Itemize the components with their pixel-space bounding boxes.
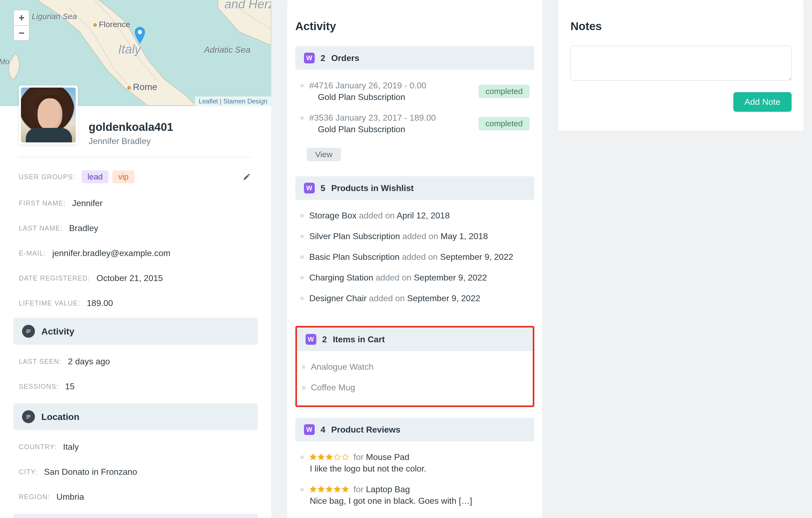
activity-orders-count: 2	[321, 53, 325, 63]
city-row: CITY: San Donato in Fronzano	[19, 459, 253, 484]
order-status-badge: completed	[478, 85, 529, 98]
city-value: San Donato in Fronzano	[44, 467, 137, 477]
notes-panel: Notes Add Note	[558, 0, 804, 131]
avatar	[19, 85, 78, 144]
bullet-icon	[302, 386, 306, 389]
username: goldenkoala401	[89, 120, 271, 134]
map-zoom-controls: + −	[13, 10, 30, 41]
bullet-icon	[300, 116, 304, 120]
user-group-pill-lead[interactable]: lead	[82, 170, 109, 183]
map-attribution-tiles-link[interactable]: Stamen Design	[224, 98, 267, 105]
map-city-florence: Florence	[93, 20, 130, 29]
list-icon	[25, 328, 32, 334]
map-attribution: Leaflet | Stamen Design	[195, 97, 271, 106]
edit-user-groups-button[interactable]	[241, 171, 253, 183]
activity-orders-section: W 2 Orders #4716 January 26, 2019 - 0.00…	[295, 46, 534, 161]
lifetime-value-row: LIFETIME VALUE: 189.00	[19, 291, 253, 316]
activity-reviews-title: Product Reviews	[331, 425, 400, 435]
region-row: REGION: Umbria	[19, 484, 253, 510]
country-value: Italy	[63, 442, 79, 452]
email-row: E-MAIL: jennifer.bradley@example.com	[19, 241, 253, 266]
date-registered-value: October 21, 2015	[96, 273, 163, 283]
activity-orders-title: Orders	[331, 53, 359, 63]
wishlist-item: Basic Plan Subscription added on Septemb…	[297, 247, 532, 267]
map-country-italy: Italy	[118, 42, 141, 56]
wishlist-item: Silver Plan Subscription added on May 1,…	[297, 226, 532, 247]
first-name-value: Jennifer	[72, 198, 103, 208]
activity-wishlist-title: Products in Wishlist	[331, 183, 413, 193]
last-name-label: LAST NAME:	[19, 224, 63, 232]
add-note-button[interactable]: Add Note	[733, 92, 791, 112]
notes-heading: Notes	[570, 20, 791, 33]
email-label: E-MAIL:	[19, 249, 46, 257]
map-zoom-out-button[interactable]: −	[14, 25, 29, 40]
wishlist-line: Basic Plan Subscription added on Septemb…	[309, 252, 530, 262]
fullname: Jennifer Bradley	[89, 136, 271, 146]
lifetime-value-value: 189.00	[87, 298, 113, 308]
first-name-row: FIRST NAME: Jennifer	[19, 191, 253, 216]
woo-icon: W	[304, 53, 315, 63]
svg-point-1	[138, 30, 142, 34]
date-registered-label: DATE REGISTERED:	[19, 274, 90, 282]
order-item: #3536 January 23, 2017 - 189.00 Gold Pla…	[297, 107, 532, 140]
section-location-title: Location	[41, 412, 80, 422]
user-groups-row: USER GROUPS: lead vip	[19, 163, 253, 191]
last-name-row: LAST NAME: Bradley	[19, 216, 253, 241]
order-line1: #3536 January 23, 2017 - 189.00	[309, 113, 478, 123]
review-line1: for Mouse Pad	[309, 452, 530, 462]
woo-icon: W	[306, 334, 316, 345]
bullet-icon	[300, 455, 304, 459]
profile-panel: Ligurian Sea Adriatic Sea Italy and Herz…	[0, 0, 271, 518]
country-label: COUNTRY:	[19, 443, 57, 451]
map-city-rome: Rome	[127, 82, 157, 92]
email-value: jennifer.bradley@example.com	[52, 248, 171, 258]
last-seen-label: LAST SEEN:	[19, 358, 61, 365]
bullet-icon	[300, 255, 304, 259]
list-icon	[25, 413, 32, 420]
order-status-badge: completed	[478, 117, 529, 130]
order-line1: #4716 January 26, 2019 - 0.00	[309, 81, 478, 90]
view-orders-button[interactable]: View	[307, 148, 341, 161]
review-item: for Laptop Bag Nice bag, I got one in bl…	[297, 479, 532, 511]
activity-wishlist-count: 5	[321, 183, 325, 193]
last-seen-row: LAST SEEN: 2 days ago	[19, 349, 253, 374]
activity-cart-title: Items in Cart	[333, 334, 385, 345]
last-seen-value: 2 days ago	[68, 357, 110, 366]
review-line1: for iPhone Case	[309, 517, 530, 518]
user-group-pill-vip[interactable]: vip	[112, 170, 134, 183]
date-registered-row: DATE REGISTERED: October 21, 2015	[19, 266, 253, 291]
section-activity-icon	[22, 325, 35, 338]
section-head-activity: Activity	[13, 318, 258, 345]
notes-input[interactable]	[570, 46, 791, 81]
region-label: REGION:	[19, 493, 50, 501]
activity-reviews-section: W 4 Product Reviews for Mouse Pad I like…	[295, 418, 534, 518]
bullet-icon	[300, 488, 304, 491]
cart-item: Coffee Mug	[299, 377, 531, 398]
section-head-personal-info: Personal info	[13, 514, 258, 518]
woo-icon: W	[304, 183, 315, 193]
wishlist-line: Storage Box added on April 12, 2018	[309, 211, 530, 221]
order-product: Gold Plan Subscription	[309, 92, 478, 102]
wishlist-item: Designer Chair added on September 9, 202…	[297, 288, 532, 309]
cart-item-name: Coffee Mug	[311, 383, 528, 392]
wishlist-item: Storage Box added on April 12, 2018	[297, 205, 532, 226]
last-name-value: Bradley	[69, 223, 98, 233]
wishlist-item: Charging Station added on September 9, 2…	[297, 267, 532, 288]
woo-icon: W	[304, 424, 315, 435]
bullet-icon	[302, 365, 306, 369]
star-icon	[309, 453, 349, 461]
map-label-adriatic-sea: Adriatic Sea	[204, 45, 251, 55]
bullet-icon	[300, 214, 304, 218]
review-text: I like the logo but not the color.	[309, 464, 530, 474]
map-attribution-leaflet-link[interactable]: Leaflet	[199, 98, 218, 105]
review-item: for iPhone Case I like the logo but not …	[297, 511, 532, 518]
activity-panel: Activity W 2 Orders #4716 January 26, 20…	[287, 0, 543, 518]
sessions-label: SESSIONS:	[19, 383, 59, 390]
section-head-location: Location	[13, 403, 258, 430]
map-zoom-in-button[interactable]: +	[14, 10, 29, 25]
region-value: Umbria	[56, 492, 84, 502]
activity-cart-highlight: W 2 Items in Cart Analogue Watch Coffee …	[295, 326, 534, 407]
section-location-icon	[22, 410, 35, 423]
activity-wishlist-section: W 5 Products in Wishlist Storage Box add…	[295, 176, 534, 317]
activity-orders-head: W 2 Orders	[295, 46, 534, 70]
